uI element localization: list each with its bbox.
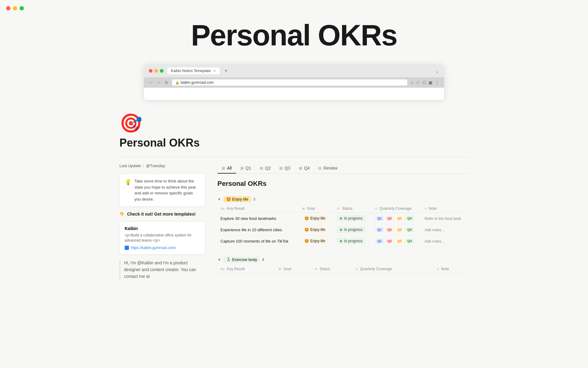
browser-minimize[interactable] [154,69,158,73]
note-icon: ≡ [424,207,426,210]
browser-url-field[interactable]: 🔒 kaibin.gumroad.com [172,79,407,86]
note-1: Refer to the food landr [421,213,469,224]
browser-bar: Kaibin Notion Temeplate ✕ + ⌄ [144,64,444,77]
tab-all[interactable]: ⊞ All [217,163,236,174]
tip-icon: 💡 [125,178,131,202]
status-badge-2: In progress [337,227,365,233]
goal-emoji-2: 🤩 [304,228,309,232]
tab-review-label: Review [323,166,337,171]
sidebar-icon[interactable]: ▣ [428,80,432,85]
maximize-button[interactable] [20,6,24,10]
tab-q3[interactable]: ⊞ Q3 [275,163,295,174]
browser-back[interactable]: ← [149,80,153,85]
tab-q4[interactable]: ⊞ Q4 [295,163,314,174]
status-1: In progress [334,213,372,224]
group-toggle-enjoy[interactable]: ▼ [217,197,221,201]
creator-desc: <p>Build a collaborative office system f… [125,233,200,243]
home-icon[interactable]: ⌂ [411,80,413,85]
q1-tag-3: Q1 [375,239,384,243]
minimize-button[interactable] [13,6,17,10]
tab-q1[interactable]: ⊞ Q1 [236,163,256,174]
traffic-lights [6,6,24,10]
browser-maximize[interactable] [160,69,164,73]
last-update: Last Update： @Tuesday [119,163,205,169]
browser-reload[interactable]: ↻ [165,80,168,85]
page-title: Personal OKRs [119,136,469,149]
col-note: ≡ Note [421,205,469,213]
quarter-tags-2: Q1 Q2 Q3 Q4 [375,227,419,232]
last-update-label: Last Update： [119,163,145,168]
status-icon-2: ✳ [315,267,317,271]
more-icon[interactable]: ⋮ [435,80,439,85]
table-row[interactable]: Capture 100 moments of life on TikTok 🤩 … [217,236,469,247]
quarterly-icon-2: ≡ [356,267,358,271]
status-dot-2 [340,229,342,231]
note-text-2: Add notes... [424,228,444,232]
status-dot-1 [340,217,342,220]
browser-collapse[interactable]: ⌄ [435,68,439,74]
tab-q2-label: Q2 [265,166,271,171]
note-text-1: Refer to the food landr [424,217,461,221]
exercise-table: Aa Key Result ⊕ Goal ✳ Status ≡ [217,265,469,273]
quarters-2: Q1 Q2 Q3 Q4 [372,224,422,236]
browser-url-text: kaibin.gumroad.com [181,80,214,85]
creator-name: Kaibin [125,226,200,231]
goal-emoji-3: 🤩 [304,239,309,243]
enjoy-life-emoji: 🤩 [226,197,231,201]
status-dot-3 [340,240,342,242]
creator-link[interactable]: https://kaibin.gumroad.com/ [125,246,200,250]
note-2: Add notes... [421,224,469,236]
tip-text: Take some time to think about the state … [134,178,200,202]
browser-url-bar: ← → ↻ 🔒 kaibin.gumroad.com ⌂ ☆ ⬡ ▣ ⋮ [144,77,444,88]
check-link-text: Check it out! Get more templates! [127,212,196,217]
browser-tab[interactable]: Kaibin Notion Temeplate ✕ [167,67,220,74]
quarter-tags-1: Q1 Q2 Q3 Q4 [375,216,419,221]
browser-forward[interactable]: → [157,80,161,85]
goal-tag-2: 🤩 Enjoy life [302,227,328,232]
browser-tab-label: Kaibin Notion Temeplate [171,69,211,73]
star-icon[interactable]: ☆ [416,80,420,85]
last-update-value: @Tuesday [146,163,165,168]
tab-q2[interactable]: ⊞ Q2 [255,163,275,174]
tab-q3-icon: ⊞ [279,166,283,171]
col-key-result: Aa Key Result [217,205,299,213]
goal-emoji-1: 🤩 [304,216,309,220]
q3-tag-1: Q3 [395,216,404,221]
browser-close[interactable] [149,69,153,73]
q2-tag-1: Q2 [385,216,394,221]
quarterly-icon: ≡ [375,207,377,210]
check-link[interactable]: 👇 Check it out! Get more templates! [119,212,205,217]
note-3: Add notes... [421,236,469,247]
page-wrapper: 🎯 Personal OKRs Last Update： @Tuesday 💡 … [95,112,493,281]
divider [119,157,469,157]
browser-tab-add[interactable]: + [224,68,227,74]
key-result-1: Explore 30 new food landmarks [217,213,299,224]
enjoy-life-label: Enjoy life [232,197,248,201]
table-row[interactable]: Experience life in 10 different cities 🤩… [217,224,469,236]
okr-section-title: Personal OKRs [217,180,469,188]
tab-review[interactable]: ⊟ Review [314,163,342,174]
bio-text: Hi, I'm @Kaibin and I'm a product design… [119,259,205,280]
quarter-tags-3: Q1 Q2 Q3 Q4 [375,239,419,243]
exercise-label: Exercise body [232,257,257,262]
q4-tag-2: Q4 [405,227,414,232]
col-key-result-2: Aa Key Result [217,265,275,273]
col-goal-2: ⊕ Goal [275,265,311,273]
goal-3: 🤩 Enjoy life [299,236,334,247]
close-button[interactable] [6,6,10,10]
creator-card: Kaibin <p>Build a collaborative office s… [119,221,205,255]
table-row[interactable]: Explore 30 new food landmarks 🤩 Enjoy li… [217,213,469,224]
exercise-body-tag: 🏃 Exercise body [224,257,260,263]
group-toggle-exercise[interactable]: ▼ [217,258,221,262]
tab-q3-label: Q3 [285,166,290,171]
browser-tab-close[interactable]: ✕ [213,69,216,73]
tab-q1-icon: ⊞ [240,166,244,171]
goal-tag-1: 🤩 Enjoy life [302,216,328,221]
extension-icon[interactable]: ⬡ [422,80,426,85]
tab-q4-icon: ⊞ [299,166,302,171]
goal-icon-2: ⊕ [278,267,281,271]
sidebar: Last Update： @Tuesday 💡 Take some time t… [119,163,205,280]
browser-dots [149,69,164,73]
q1-tag-2: Q1 [375,227,384,232]
tab-all-label: All [227,166,232,171]
